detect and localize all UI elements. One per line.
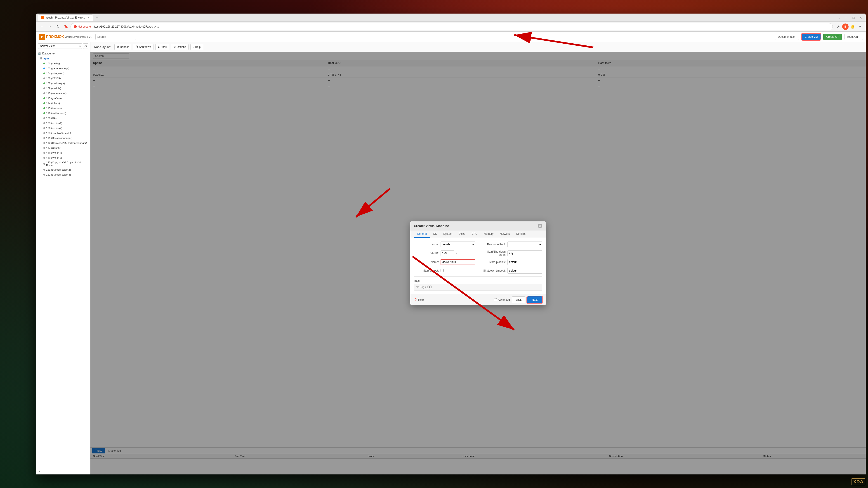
node-title: Node 'ayush' bbox=[94, 45, 111, 48]
browser-tab[interactable]: P ayush - Proxmox Virtual Enviro... ✕ bbox=[38, 14, 93, 21]
sidebar-item-106[interactable]: 106 (debian2) bbox=[36, 126, 90, 131]
vm-111-label: 111 (Docker-manager) bbox=[46, 137, 72, 139]
vm-110-label: 110 (zoneminder) bbox=[46, 92, 66, 95]
vm-108-label: 108 (TrueNAS-Scale) bbox=[46, 132, 71, 134]
right-panel: Node 'ayush' ↺ Reboot ⏻ Shutdown ▶ Shell… bbox=[90, 42, 329, 184]
sidebar-settings-button[interactable]: ⚙ bbox=[83, 43, 88, 49]
header-search-input[interactable] bbox=[95, 34, 136, 40]
vm-104-label: 104 (wireguard) bbox=[46, 72, 64, 75]
lock-icon: 🔴 bbox=[73, 25, 77, 28]
status-dot-green-2 bbox=[43, 72, 45, 74]
proxmox-header: P PROXMOX Virtual Environment 8.2.7 Docu… bbox=[36, 32, 329, 42]
navbar: ← → ↻ 🔖 🔴 Not secure https://192.168.29.… bbox=[36, 22, 329, 32]
vm-112-label: 112 (Copy-of-VM-Docker-manager) bbox=[46, 142, 87, 144]
vm-107-label: 107 (motioneye) bbox=[46, 82, 65, 85]
sidebar-tree: 🏢 Datacenter 🖥 ayush 101 (dashy) 102 (pa… bbox=[36, 50, 90, 184]
sidebar-item-112[interactable]: 112 (Copy-of-VM-Docker-manager) bbox=[36, 140, 90, 145]
tab-title: ayush - Proxmox Virtual Enviro... bbox=[45, 16, 85, 19]
sidebar-item-121[interactable]: 121 (truenas-scale-2) bbox=[36, 167, 90, 172]
reboot-button[interactable]: ↺ Reboot bbox=[114, 44, 131, 50]
status-dot-blue bbox=[43, 68, 45, 69]
proxmox-app: P PROXMOX Virtual Environment 8.2.7 Docu… bbox=[36, 32, 329, 184]
shutdown-button[interactable]: ⏻ Shutdown bbox=[133, 44, 153, 50]
status-dot-gray-3 bbox=[43, 92, 45, 94]
sidebar-item-117[interactable]: 117 (Ubuntu) bbox=[36, 145, 90, 151]
bookmark-button[interactable]: 🔖 bbox=[62, 23, 70, 30]
sidebar-item-100[interactable]: 100 (HA) bbox=[36, 116, 90, 121]
sidebar-item-115[interactable]: 115 (tandoor) bbox=[36, 106, 90, 111]
vm-115-label: 115 (tandoor) bbox=[46, 107, 62, 109]
datacenter-icon: 🏢 bbox=[38, 52, 41, 55]
status-dot-gray-15 bbox=[43, 174, 45, 175]
sidebar-item-datacenter[interactable]: 🏢 Datacenter bbox=[36, 51, 90, 56]
tab-favicon: P bbox=[41, 16, 44, 19]
refresh-button[interactable]: ↻ bbox=[54, 23, 61, 30]
vm-100-label: 100 (HA) bbox=[46, 117, 57, 120]
sidebar-item-116[interactable]: 116 (calibre-web) bbox=[36, 111, 90, 116]
help-button[interactable]: ? Help bbox=[190, 44, 203, 50]
new-tab-button[interactable]: + bbox=[94, 14, 100, 21]
vm-103-label: 103 (debian1) bbox=[46, 122, 62, 125]
sidebar-item-119[interactable]: 119 (VM 119) bbox=[36, 156, 90, 160]
status-dot-gray-8 bbox=[43, 137, 45, 139]
sidebar-item-122[interactable]: 122 (truenas-scale-3) bbox=[36, 172, 90, 177]
vm-109-label: 109 (ansible) bbox=[46, 87, 61, 90]
sidebar-item-108[interactable]: 108 (TrueNAS-Scale) bbox=[36, 131, 90, 135]
vm-106-label: 106 (debian2) bbox=[46, 127, 62, 129]
node-toolbar: Node 'ayush' ↺ Reboot ⏻ Shutdown ▶ Shell… bbox=[90, 42, 329, 52]
status-dot-gray-13 bbox=[43, 163, 45, 165]
sidebar-item-113[interactable]: 113 (grafana) bbox=[36, 96, 90, 101]
sidebar-item-110[interactable]: 110 (zoneminder) bbox=[36, 91, 90, 96]
vm-101-label: 101 (dashy) bbox=[46, 62, 60, 65]
options-button[interactable]: ⚙ Options bbox=[171, 44, 188, 50]
node-icon: 🖥 bbox=[40, 57, 42, 60]
sidebar-item-120[interactable]: 120 (Copy-of-VM-Copy-of-VM-Docke bbox=[36, 160, 90, 167]
vm-122-label: 122 (truenas-scale-3) bbox=[46, 173, 71, 176]
node-label: ayush bbox=[43, 57, 51, 60]
status-dot-green-6 bbox=[43, 107, 45, 109]
forward-button[interactable]: → bbox=[46, 23, 53, 30]
modal-overlay: Create: Virtual Machine ✕ General OS Sys… bbox=[90, 52, 329, 184]
sidebar-item-103[interactable]: 103 (debian1) bbox=[36, 121, 90, 126]
sidebar-toolbar: Server View ⚙ bbox=[36, 42, 90, 50]
vm-117-label: 117 (Ubuntu) bbox=[46, 147, 61, 149]
sidebar-item-107[interactable]: 107 (motioneye) bbox=[36, 81, 90, 86]
sidebar-item-102[interactable]: 102 (paperless-ngx) bbox=[36, 66, 90, 71]
logo-icon: P bbox=[39, 34, 45, 40]
address-bar[interactable]: 🔴 Not secure https://192.168.29.227:8006… bbox=[70, 23, 329, 30]
proxmox-logo: P PROXMOX Virtual Environment 8.2.7 bbox=[39, 34, 93, 40]
status-dot-green-4 bbox=[43, 97, 45, 99]
sidebar-item-114[interactable]: 114 (trilium) bbox=[36, 101, 90, 106]
status-dot-gray-5 bbox=[43, 122, 45, 124]
status-dot-gray-2 bbox=[43, 88, 45, 89]
status-dot-gray-12 bbox=[43, 157, 45, 159]
status-dot-green bbox=[43, 63, 45, 64]
logo-text: PROXMOX bbox=[46, 35, 64, 39]
status-dot-gray-11 bbox=[43, 152, 45, 154]
status-dot-gray-7 bbox=[43, 132, 45, 134]
shell-button[interactable]: ▶ Shell bbox=[155, 44, 169, 50]
security-text: Not secure bbox=[78, 25, 91, 28]
back-button[interactable]: ← bbox=[38, 23, 45, 30]
sidebar-item-node-ayush[interactable]: 🖥 ayush bbox=[36, 56, 90, 61]
main-content: Server View ⚙ 🏢 Datacenter 🖥 ayush bbox=[36, 42, 329, 184]
vm-119-label: 119 (VM 119) bbox=[46, 157, 62, 159]
titlebar: P ayush - Proxmox Virtual Enviro... ✕ + … bbox=[36, 13, 329, 22]
sidebar-item-111[interactable]: 111 (Docker-manager) bbox=[36, 135, 90, 140]
status-dot-green-5 bbox=[43, 102, 45, 104]
sidebar-item-109[interactable]: 109 (ansible) bbox=[36, 86, 90, 91]
sidebar-item-118[interactable]: 118 (VM 118) bbox=[36, 151, 90, 156]
tab-close-button[interactable]: ✕ bbox=[86, 16, 90, 20]
status-dot-gray-10 bbox=[43, 147, 45, 149]
sidebar-item-101[interactable]: 101 (dashy) bbox=[36, 61, 90, 66]
sidebar-item-105[interactable]: 105 (CT105) bbox=[36, 76, 90, 81]
address-text: https://192.168.29.227:8006/#v1:0=node%2… bbox=[93, 25, 329, 28]
status-dot-green-7 bbox=[43, 112, 45, 114]
status-dot-gray-9 bbox=[43, 142, 45, 144]
status-dot-gray-14 bbox=[43, 169, 45, 170]
vm-114-label: 114 (trilium) bbox=[46, 102, 60, 105]
vm-113-label: 113 (grafana) bbox=[46, 97, 62, 100]
vm-121-label: 121 (truenas-scale-2) bbox=[46, 168, 71, 171]
sidebar-item-104[interactable]: 104 (wireguard) bbox=[36, 71, 90, 76]
server-view-select[interactable]: Server View bbox=[38, 43, 82, 49]
